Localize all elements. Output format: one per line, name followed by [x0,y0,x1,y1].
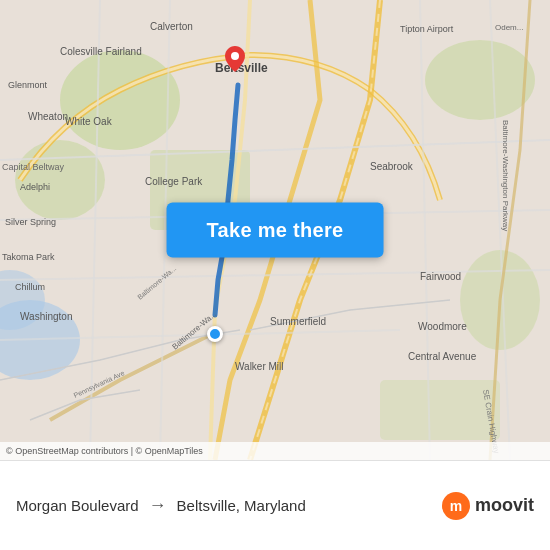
moovit-name: moovit [475,495,534,516]
svg-text:Woodmore: Woodmore [418,321,467,332]
svg-text:Wheaton: Wheaton [28,111,68,122]
svg-text:Silver Spring: Silver Spring [5,217,56,227]
svg-text:Tipton Airport: Tipton Airport [400,24,454,34]
route-info: Morgan Boulevard → Beltsville, Maryland [16,495,442,516]
svg-rect-6 [380,380,500,440]
origin-pin [207,326,223,342]
moovit-icon: m [442,492,470,520]
svg-text:Glenmont: Glenmont [8,80,48,90]
arrow-icon: → [149,495,167,516]
svg-text:Odem...: Odem... [495,23,523,32]
svg-text:Baltimore-Washington Parkway: Baltimore-Washington Parkway [501,120,510,231]
destination-pin [225,46,245,72]
take-me-there-overlay: Take me there [167,203,384,258]
svg-text:© OpenStreetMap contributors |: © OpenStreetMap contributors | © OpenMap… [6,446,203,456]
map-container: Colesville Fairland Calverton Glenmont W… [0,0,550,460]
svg-text:Takoma Park: Takoma Park [2,252,55,262]
svg-text:Chillum: Chillum [15,282,45,292]
svg-point-45 [231,52,239,60]
svg-text:Adelphi: Adelphi [20,182,50,192]
svg-text:Central Avenue: Central Avenue [408,351,477,362]
svg-text:Summerfield: Summerfield [270,316,326,327]
svg-point-2 [15,140,105,220]
svg-text:Calverton: Calverton [150,21,193,32]
svg-point-1 [60,50,180,150]
svg-text:White Oak: White Oak [65,116,113,127]
footer: Morgan Boulevard → Beltsville, Maryland … [0,460,550,550]
moovit-logo: m moovit [442,492,534,520]
svg-text:Walker Mill: Walker Mill [235,361,284,372]
svg-point-4 [425,40,535,120]
destination-label: Beltsville, Maryland [177,497,306,514]
svg-text:Capital Beltway: Capital Beltway [2,162,65,172]
svg-text:Seabrook: Seabrook [370,161,414,172]
svg-text:Colesville Fairland: Colesville Fairland [60,46,142,57]
origin-label: Morgan Boulevard [16,497,139,514]
svg-text:College Park: College Park [145,176,203,187]
svg-text:Washington: Washington [20,311,72,322]
take-me-there-button[interactable]: Take me there [167,203,384,258]
svg-text:Fairwood: Fairwood [420,271,461,282]
